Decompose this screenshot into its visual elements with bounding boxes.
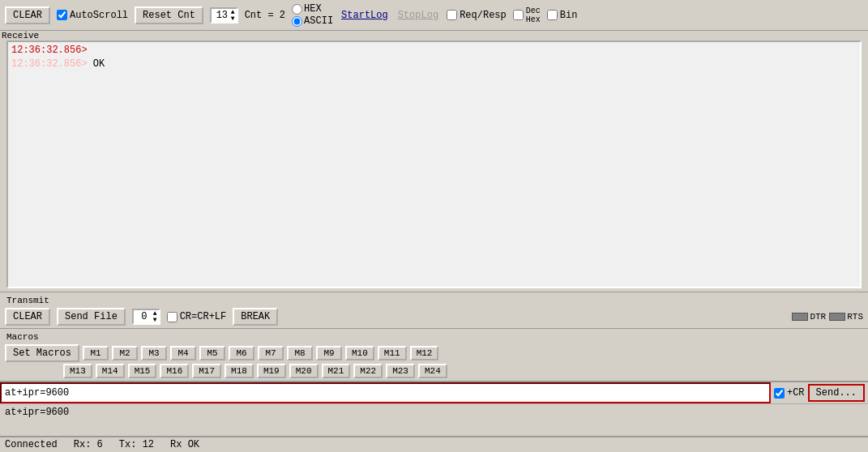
macro-m4[interactable]: M4 [170, 346, 196, 360]
receive-section: Receive 12:36:32.856> 12:36:32.856> OK [0, 31, 868, 292]
clear-button[interactable]: CLEAR [5, 6, 50, 24]
macro-m9[interactable]: M9 [316, 346, 342, 360]
timestamp-2: 12:36:32.856> [11, 58, 93, 70]
macro-m6[interactable]: M6 [229, 346, 254, 360]
hex-label: HEX [304, 3, 322, 15]
highlighted-line: 12:36:32.856> OK [11, 58, 105, 70]
cr-cr-lf-checkbox[interactable] [167, 312, 177, 322]
macro-m7[interactable]: M7 [258, 346, 284, 360]
dec-hex-checkbox[interactable] [513, 10, 524, 20]
ascii-radio-label[interactable]: ASCII [292, 15, 333, 27]
dec-hex-label[interactable]: Dec Hex [513, 6, 541, 24]
connected-status: Connected [5, 439, 58, 450]
dtr-indicator: DTR [792, 312, 826, 322]
hex-radio[interactable] [292, 4, 302, 15]
macros-row-2: M13 M14 M15 M16 M17 M18 M19 M20 M21 M22 … [5, 364, 863, 378]
macro-m13[interactable]: M13 [63, 364, 92, 378]
reset-cnt-button[interactable]: Reset Cnt [135, 6, 203, 24]
macro-m12[interactable]: M12 [410, 346, 439, 360]
macro-m8[interactable]: M8 [287, 346, 313, 360]
echo-area: at+ipr=9600 [0, 403, 868, 436]
dtr-led [792, 313, 808, 321]
macro-m10[interactable]: M10 [345, 346, 374, 360]
autoscroll-label: AutoScroll [70, 10, 128, 21]
bin-label[interactable]: Bin [547, 10, 578, 21]
ascii-label: ASCII [304, 15, 333, 27]
receive-area[interactable]: 12:36:32.856> 12:36:32.856> OK [6, 41, 862, 288]
ascii-radio[interactable] [292, 16, 302, 27]
req-resp-checkbox[interactable] [447, 10, 457, 20]
top-toolbar: CLEAR AutoScroll Reset Cnt ▲ ▼ Cnt = 2 H… [0, 0, 868, 31]
rts-indicator: RTS [829, 312, 863, 322]
receive-section-label: Receive [0, 31, 868, 41]
macro-m22[interactable]: M22 [353, 364, 383, 378]
echo-line-1: at+ipr=9600 [5, 406, 863, 420]
autoscroll-checkbox-label[interactable]: AutoScroll [57, 10, 128, 21]
macros-section-label: Macros [5, 332, 39, 342]
receive-wrapper: 12:36:32.856> 12:36:32.856> OK [0, 41, 868, 292]
cr-checkbox[interactable] [774, 388, 785, 399]
macro-m21[interactable]: M21 [322, 364, 351, 378]
format-radio-group: HEX ASCII [292, 3, 333, 27]
rts-led [829, 313, 845, 321]
macro-m2[interactable]: M2 [112, 346, 138, 360]
cr-cr-lf-label[interactable]: CR=CR+LF [167, 311, 227, 322]
autoscroll-checkbox[interactable] [57, 10, 67, 20]
echo-text-1: at+ipr=9600 [5, 407, 69, 418]
transmit-row: CLEAR Send File ▲ ▼ CR=CR+LF BREAK DTR R… [5, 308, 863, 326]
macro-m3[interactable]: M3 [141, 346, 167, 360]
req-resp-label[interactable]: Req/Resp [447, 10, 507, 21]
macros-row-1: Set Macros M1 M2 M3 M4 M5 M6 M7 M8 M9 M1… [5, 344, 863, 362]
transmit-section-label: Transmit [5, 296, 49, 305]
transmit-spin[interactable]: ▲ ▼ [132, 309, 160, 325]
cnt-label: Cnt = 2 [245, 10, 285, 21]
spin-control[interactable]: ▲ ▼ [210, 7, 238, 23]
receive-line-1: 12:36:32.856> [11, 44, 857, 58]
input-section: +CR Send... [0, 381, 868, 403]
macro-m20[interactable]: M20 [289, 364, 319, 378]
timestamp-1: 12:36:32.856> [11, 45, 88, 56]
indicator-group: DTR RTS [792, 312, 863, 322]
input-controls: +CR Send... [771, 382, 868, 403]
macro-m19[interactable]: M19 [257, 364, 286, 378]
set-macros-button[interactable]: Set Macros [5, 344, 79, 362]
spin-arrows[interactable]: ▲ ▼ [231, 9, 235, 22]
stop-log-link[interactable]: StopLog [396, 10, 440, 21]
spin-input[interactable] [213, 10, 231, 21]
macros-section: Macros Set Macros M1 M2 M3 M4 M5 M6 M7 M… [0, 328, 868, 381]
receive-line-2: 12:36:32.856> OK [11, 58, 857, 71]
command-input[interactable] [0, 382, 771, 403]
start-log-link[interactable]: StartLog [340, 10, 390, 21]
macro-m14[interactable]: M14 [96, 364, 125, 378]
break-button[interactable]: BREAK [233, 308, 278, 326]
transmit-section: Transmit CLEAR Send File ▲ ▼ CR=CR+LF BR… [0, 292, 868, 328]
status-bar: Connected Rx: 6 Tx: 12 Rx OK [0, 436, 868, 452]
rx-count: Rx: 6 [74, 439, 103, 450]
macro-m17[interactable]: M17 [192, 364, 221, 378]
hex-radio-label[interactable]: HEX [292, 3, 333, 15]
macro-m15[interactable]: M15 [128, 364, 157, 378]
dtr-label: DTR [810, 312, 826, 322]
macro-m5[interactable]: M5 [199, 346, 225, 360]
transmit-spin-input[interactable] [135, 311, 153, 322]
macro-m16[interactable]: M16 [160, 364, 189, 378]
cr-label: +CR [787, 387, 805, 399]
macro-m1[interactable]: M1 [83, 346, 109, 360]
send-button[interactable]: Send... [808, 384, 865, 402]
bin-checkbox[interactable] [547, 10, 558, 20]
send-file-button[interactable]: Send File [57, 308, 126, 326]
ok-text: OK [93, 58, 105, 70]
tx-count: Tx: 12 [119, 439, 154, 450]
rx-ok: Rx OK [170, 439, 199, 450]
macro-m11[interactable]: M11 [378, 346, 407, 360]
cr-checkbox-label[interactable]: +CR [774, 387, 805, 399]
macro-m18[interactable]: M18 [224, 364, 254, 378]
rts-label: RTS [847, 312, 863, 322]
transmit-clear-button[interactable]: CLEAR [5, 308, 50, 326]
transmit-spin-arrows[interactable]: ▲ ▼ [153, 310, 157, 323]
macro-m23[interactable]: M23 [386, 364, 415, 378]
macro-m24[interactable]: M24 [418, 364, 447, 378]
